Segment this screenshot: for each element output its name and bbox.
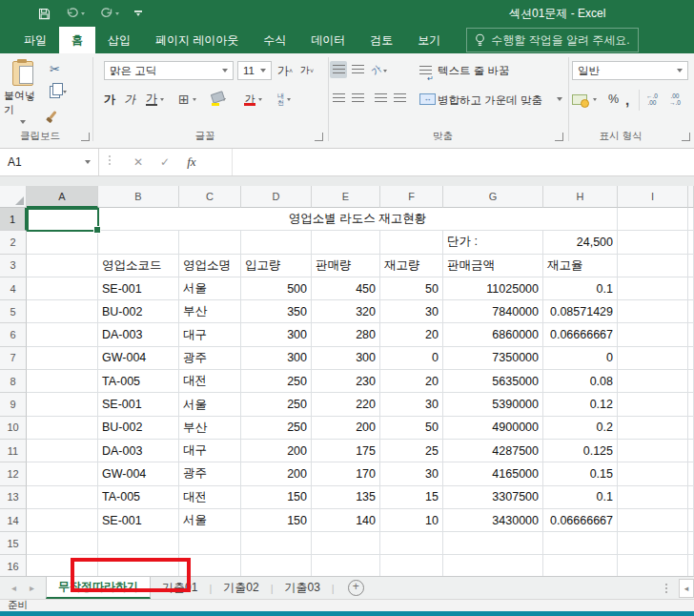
cell-H15[interactable]: [543, 532, 618, 555]
cell-C4[interactable]: 서울: [179, 277, 241, 300]
cell-B11[interactable]: DA-003: [98, 440, 179, 462]
align-center-button[interactable]: [349, 90, 366, 107]
cell-D16[interactable]: [241, 555, 312, 576]
row-header-15[interactable]: 15: [0, 532, 27, 555]
column-header-G[interactable]: G: [443, 186, 543, 208]
cell-G13[interactable]: 3307500: [443, 486, 543, 509]
cell-I1[interactable]: [618, 208, 688, 231]
cell-D3[interactable]: 입고량: [241, 255, 312, 277]
selected-cell-outline[interactable]: [27, 208, 99, 232]
cell-H16[interactable]: [543, 555, 618, 576]
cell-E2[interactable]: [312, 231, 380, 254]
sheet-title-cell[interactable]: 영업소별 라도스 재고현황: [98, 208, 618, 231]
align-bottom-button[interactable]: [349, 61, 366, 78]
cell-A16[interactable]: [27, 555, 98, 576]
ribbon-tab-파일[interactable]: 파일: [11, 27, 59, 53]
cell-D10[interactable]: 250: [241, 417, 312, 440]
cell-G2[interactable]: 단가 :: [443, 231, 543, 254]
cell-I11[interactable]: [618, 440, 688, 462]
cell-F6[interactable]: 20: [380, 323, 443, 346]
cell-I13[interactable]: [618, 486, 688, 509]
cell-B12[interactable]: GW-004: [98, 462, 179, 485]
cell-E8[interactable]: 230: [312, 370, 380, 393]
cell-G16[interactable]: [443, 555, 543, 576]
cell-I15[interactable]: [618, 532, 688, 555]
sheet-tab-기출01[interactable]: 기출01: [151, 577, 209, 599]
cell-A8[interactable]: [27, 370, 98, 393]
wrap-text-label[interactable]: 텍스트 줄 바꿈: [438, 61, 509, 80]
cell-A14[interactable]: [27, 509, 98, 532]
cell-A2[interactable]: [27, 231, 98, 254]
ribbon-tab-홈[interactable]: 홈: [59, 27, 95, 53]
percent-button[interactable]: %: [608, 90, 619, 109]
alignment-dialog-launcher[interactable]: [555, 133, 563, 141]
phonetic-button[interactable]: 내 천: [277, 90, 291, 109]
cell-H11[interactable]: 0.125: [543, 440, 618, 462]
cell-C3[interactable]: 영업소명: [179, 255, 241, 277]
row-header-12[interactable]: 12: [0, 462, 27, 485]
align-middle-button[interactable]: [330, 61, 347, 78]
cell-F14[interactable]: 10: [380, 509, 443, 532]
select-all-corner[interactable]: [0, 186, 27, 208]
cell-G12[interactable]: 4165000: [443, 462, 543, 485]
cell-E12[interactable]: 170: [312, 462, 380, 485]
font-size-select[interactable]: 11: [237, 61, 272, 80]
cell-I12[interactable]: [618, 462, 688, 485]
row-header-10[interactable]: 10: [0, 417, 27, 440]
cell-E10[interactable]: 200: [312, 417, 380, 440]
cell-E11[interactable]: 175: [312, 440, 380, 462]
cell-G9[interactable]: 5390000: [443, 393, 543, 416]
cell-E5[interactable]: 320: [312, 300, 380, 323]
cell-C11[interactable]: 대구: [179, 440, 241, 462]
column-header-E[interactable]: E: [312, 186, 380, 208]
cell-G5[interactable]: 7840000: [443, 300, 543, 323]
tab-bar-resize-handle[interactable]: [665, 584, 671, 593]
ribbon-tab-수식[interactable]: 수식: [251, 27, 298, 53]
cell-D15[interactable]: [241, 532, 312, 555]
cell-G4[interactable]: 11025000: [443, 277, 543, 300]
cell-B6[interactable]: DA-003: [98, 323, 179, 346]
cell-D2[interactable]: [241, 231, 312, 254]
ribbon-tab-삽입[interactable]: 삽입: [95, 27, 143, 53]
cell-A6[interactable]: [27, 323, 98, 346]
cell-B10[interactable]: BU-002: [98, 417, 179, 440]
cell-A5[interactable]: [27, 300, 98, 323]
cell-G14[interactable]: 3430000: [443, 509, 543, 532]
cell-A15[interactable]: [27, 532, 98, 555]
row-header-1[interactable]: 1: [0, 208, 27, 231]
cut-button[interactable]: ✂: [50, 59, 60, 78]
cell-D5[interactable]: 350: [241, 300, 312, 323]
cell-I10[interactable]: [618, 417, 688, 440]
cell-D14[interactable]: 150: [241, 509, 312, 532]
cell-B3[interactable]: 영업소코드: [98, 255, 179, 277]
cell-C16[interactable]: [179, 555, 241, 576]
grow-font-button[interactable]: 가˄: [277, 61, 293, 80]
cancel-button[interactable]: ✕: [133, 155, 143, 169]
save-button[interactable]: [38, 8, 51, 20]
cell-B7[interactable]: GW-004: [98, 347, 179, 370]
cell-F12[interactable]: 30: [380, 462, 443, 485]
sheet-tab-무작정따라하기[interactable]: 무작정따라하기: [46, 577, 151, 599]
cell-I8[interactable]: [618, 370, 688, 393]
fill-handle[interactable]: [93, 226, 101, 234]
cell-F15[interactable]: [380, 532, 443, 555]
cell-F13[interactable]: 15: [380, 486, 443, 509]
cell-F5[interactable]: 30: [380, 300, 443, 323]
cell-G6[interactable]: 6860000: [443, 323, 543, 346]
cell-C5[interactable]: 부산: [179, 300, 241, 323]
bold-button[interactable]: 가: [104, 90, 115, 109]
horizontal-scroll-left-button[interactable]: ◂: [679, 579, 694, 598]
cell-D7[interactable]: 300: [241, 347, 312, 370]
cell-C7[interactable]: 광주: [179, 347, 241, 370]
cell-I9[interactable]: [618, 393, 688, 416]
cell-D4[interactable]: 500: [241, 277, 312, 300]
cell-G7[interactable]: 7350000: [443, 347, 543, 370]
cell-H9[interactable]: 0.12: [543, 393, 618, 416]
cell-F8[interactable]: 20: [380, 370, 443, 393]
row-header-11[interactable]: 11: [0, 440, 27, 462]
cell-B13[interactable]: TA-005: [98, 486, 179, 509]
row-header-8[interactable]: 8: [0, 370, 27, 393]
cell-F10[interactable]: 50: [380, 417, 443, 440]
ribbon-tab-보기[interactable]: 보기: [405, 27, 453, 53]
cell-H2[interactable]: 24,500: [543, 231, 618, 254]
